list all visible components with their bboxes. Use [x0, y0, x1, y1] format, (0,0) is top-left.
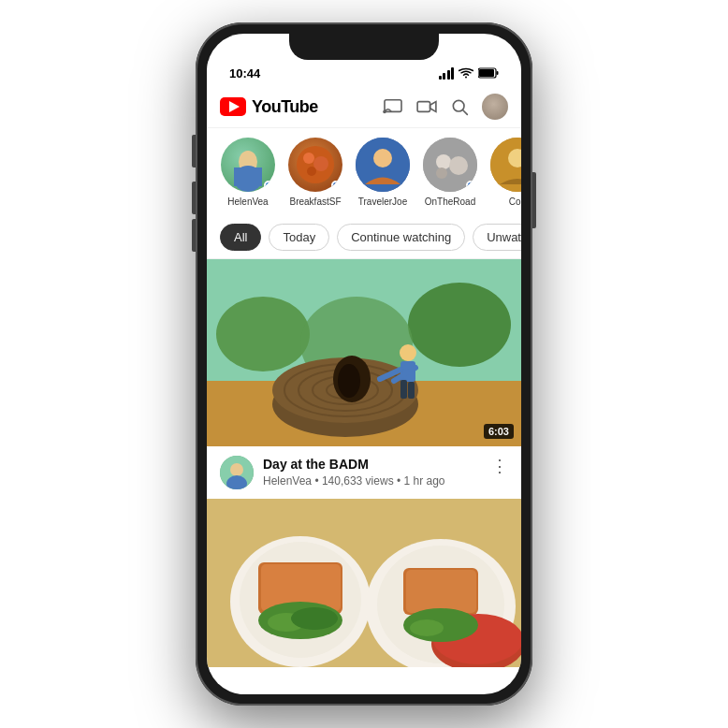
chip-continue-watching[interactable]: Continue watching [337, 224, 465, 251]
video-meta: HelenVea • 140,633 views • 1 hr ago [263, 474, 482, 488]
svg-rect-39 [400, 380, 407, 399]
subscription-avatar [356, 138, 410, 192]
wifi-icon [459, 67, 473, 79]
svg-rect-2 [497, 71, 499, 75]
subscription-name: OnTheRoad [425, 197, 475, 207]
svg-line-8 [463, 110, 468, 115]
subscription-avatar [490, 138, 521, 192]
svg-point-20 [449, 156, 468, 175]
subscription-avatar [221, 138, 275, 192]
subscription-item[interactable]: BreakfastSF [287, 138, 343, 207]
svg-rect-57 [406, 570, 476, 613]
youtube-wordmark: YouTube [252, 97, 318, 117]
svg-point-61 [410, 619, 444, 636]
svg-rect-40 [408, 382, 415, 399]
subscription-avatar [288, 138, 342, 192]
subscription-item[interactable]: HelenVea [220, 138, 276, 207]
subscription-name: HelenVea [227, 197, 268, 207]
video-card: 6:03 Day at the BADM HelenVea [207, 259, 521, 499]
chip-today[interactable]: Today [269, 224, 329, 251]
battery-icon [478, 67, 499, 79]
svg-point-13 [303, 153, 314, 164]
svg-point-21 [436, 167, 447, 179]
youtube-logo: YouTube [220, 97, 318, 117]
svg-point-25 [216, 297, 310, 371]
screen-content: 10:44 [207, 34, 521, 694]
phone-screen: 10:44 [207, 34, 521, 694]
svg-point-17 [373, 149, 392, 167]
svg-point-36 [338, 364, 360, 398]
channel-avatar[interactable] [220, 456, 254, 489]
svg-rect-11 [234, 167, 262, 186]
video-card-2 [207, 499, 521, 667]
user-avatar[interactable] [482, 94, 508, 120]
svg-point-53 [291, 607, 338, 630]
signal-bars-icon [439, 67, 455, 80]
video-duration: 6:03 [484, 424, 514, 439]
video-thumbnail[interactable]: 6:03 [207, 259, 521, 446]
svg-rect-5 [417, 102, 430, 112]
svg-point-26 [408, 283, 511, 367]
youtube-play-icon [220, 97, 246, 116]
chip-unwatched[interactable]: Unwatched [473, 224, 521, 251]
play-triangle [229, 101, 240, 112]
svg-point-44 [230, 463, 243, 476]
youtube-header: YouTube [207, 86, 521, 128]
video-details: Day at the BADM HelenVea • 140,633 views… [263, 456, 482, 488]
filter-chips-row: All Today Continue watching Unwatched [207, 216, 521, 259]
subscription-item[interactable]: Con [489, 138, 521, 207]
subscription-name: Con [509, 197, 521, 207]
subscription-avatar [423, 138, 477, 192]
status-time: 10:44 [229, 66, 260, 80]
svg-point-37 [400, 344, 416, 361]
status-bar: 10:44 [207, 60, 521, 86]
video-more-button[interactable]: ⋮ [491, 456, 508, 476]
subscription-name: BreakfastSF [289, 197, 341, 207]
new-content-dot [466, 181, 475, 190]
search-icon[interactable] [450, 97, 469, 116]
cast-icon[interactable] [383, 98, 403, 115]
phone-device: 10:44 [196, 22, 532, 706]
status-icons [439, 67, 500, 80]
svg-rect-1 [479, 69, 494, 77]
svg-marker-6 [430, 102, 436, 112]
svg-point-14 [313, 156, 328, 171]
svg-point-19 [436, 154, 451, 169]
subscription-item[interactable]: OnTheRoad [422, 138, 478, 207]
new-content-dot [264, 181, 273, 190]
subscriptions-row[interactable]: HelenVea Breakf [207, 128, 521, 216]
svg-point-15 [307, 167, 316, 176]
subscription-item[interactable]: TravelerJoe [355, 138, 411, 207]
video-info: Day at the BADM HelenVea • 140,633 views… [207, 446, 521, 499]
chip-all[interactable]: All [220, 224, 261, 251]
food-thumbnail[interactable] [207, 499, 521, 667]
svg-point-4 [383, 110, 386, 114]
subscription-name: TravelerJoe [358, 197, 407, 207]
header-actions [383, 94, 508, 120]
phone-wrapper: 10:44 [0, 0, 728, 728]
video-title: Day at the BADM [263, 456, 482, 473]
camera-icon[interactable] [416, 98, 437, 115]
phone-notch [289, 34, 439, 60]
new-content-dot [331, 181, 341, 190]
